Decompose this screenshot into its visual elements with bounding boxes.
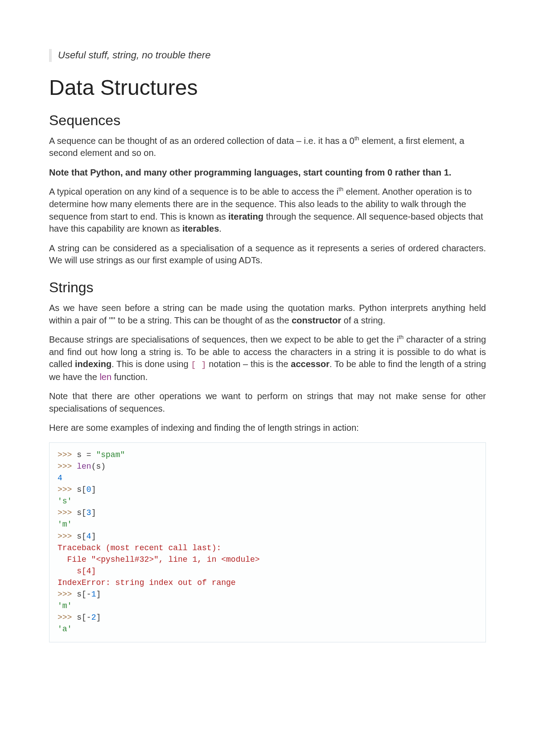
- code-number: 4: [58, 474, 62, 482]
- strings-paragraph-1: As we have seen before a string can be m…: [49, 302, 486, 327]
- repl-prompt: >>>: [58, 532, 77, 541]
- sequences-note: Note that Python, and many other program…: [49, 167, 486, 179]
- repl-prompt: >>>: [58, 485, 77, 494]
- code-text: s[: [77, 485, 86, 494]
- code-text: ]: [96, 590, 101, 599]
- bold-text: iterating: [228, 212, 263, 221]
- text: function.: [111, 372, 148, 382]
- strings-paragraph-3: Note that there are other operations we …: [49, 390, 486, 415]
- code-text: s[-: [77, 613, 91, 622]
- bold-text: accessor: [291, 359, 329, 369]
- text: . This is done using: [111, 359, 191, 369]
- code-number: 0: [86, 485, 91, 494]
- epigraph-quote: Useful stuff, string, no trouble there: [49, 49, 486, 62]
- repl-prompt: >>>: [58, 613, 77, 622]
- code-text: ]: [91, 532, 96, 541]
- code-text: ]: [91, 485, 96, 494]
- code-string: 'm': [58, 520, 72, 529]
- sequences-paragraph-1: A sequence can be thought of as an order…: [49, 135, 486, 159]
- code-text: s =: [77, 450, 96, 459]
- text: .: [219, 224, 222, 233]
- code-error: IndexError: string index out of range: [58, 578, 236, 587]
- code-error: s[4]: [58, 567, 96, 576]
- code-text: ]: [91, 508, 96, 517]
- bold-text: Note that Python, and many other program…: [49, 168, 451, 177]
- section-heading-strings: Strings: [49, 279, 486, 296]
- code-bracket: [ ]: [191, 360, 206, 370]
- bold-text: iterables: [182, 224, 219, 233]
- superscript: th: [399, 334, 403, 340]
- superscript: th: [338, 186, 343, 193]
- text: of a string.: [341, 315, 385, 325]
- code-text: (s): [91, 462, 106, 471]
- bold-text: constructor: [292, 315, 341, 325]
- code-text: s[: [77, 508, 86, 517]
- sequences-paragraph-2: A typical operation on any kind of a seq…: [49, 186, 486, 235]
- code-string: "spam": [96, 450, 125, 459]
- document-page: Useful stuff, string, no trouble there D…: [0, 0, 535, 756]
- repl-prompt: >>>: [58, 450, 77, 459]
- code-builtin: len: [77, 462, 91, 471]
- code-text: s[: [77, 532, 86, 541]
- text: A sequence can be thought of as an order…: [49, 136, 354, 146]
- repl-prompt: >>>: [58, 590, 77, 599]
- text: A typical operation on any kind of a seq…: [49, 187, 338, 196]
- page-title: Data Structures: [49, 75, 486, 100]
- strings-paragraph-2: Because strings are specialisations of s…: [49, 334, 486, 383]
- text: notation – this is the: [206, 359, 291, 369]
- code-string: 'm': [58, 601, 72, 610]
- code-error: File "<pyshell#32>", line 1, in <module>: [58, 555, 260, 564]
- repl-prompt: >>>: [58, 462, 77, 471]
- code-number: 2: [91, 613, 96, 622]
- superscript: th: [354, 135, 359, 142]
- code-number: 4: [86, 532, 91, 541]
- section-heading-sequences: Sequences: [49, 112, 486, 129]
- code-string: 'a': [58, 625, 72, 633]
- code-number: 3: [86, 508, 91, 517]
- sequences-paragraph-3: A string can be considered as a speciali…: [49, 242, 486, 267]
- code-string: 's': [58, 497, 72, 506]
- code-text: s[-: [77, 590, 91, 599]
- text: Because strings are specialisations of s…: [49, 335, 399, 344]
- bold-text: indexing: [75, 359, 111, 369]
- repl-prompt: >>>: [58, 508, 77, 517]
- code-text: ]: [96, 613, 101, 622]
- code-number: 1: [91, 590, 96, 599]
- code-error: Traceback (most recent call last):: [58, 544, 221, 552]
- code-example-block: >>> s = "spam" >>> len(s) 4 >>> s[0] 's'…: [49, 442, 486, 643]
- len-link: len: [99, 372, 111, 382]
- strings-paragraph-4: Here are some examples of indexing and f…: [49, 422, 486, 434]
- text: As we have seen before a string can be m…: [49, 303, 486, 325]
